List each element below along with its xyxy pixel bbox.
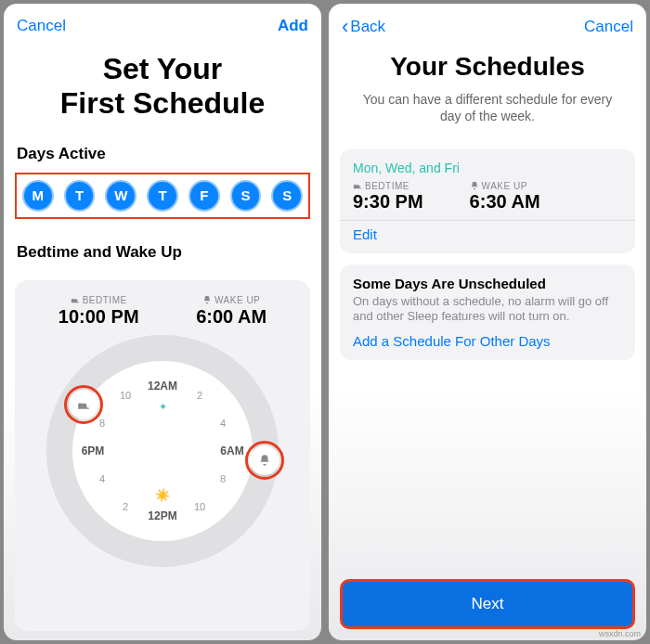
bedtime-section-label: Bedtime and Wake Up bbox=[17, 243, 308, 262]
unscheduled-title: Some Days Are Unscheduled bbox=[353, 276, 622, 291]
screen-set-schedule: Cancel Add Set Your First Schedule Days … bbox=[4, 4, 321, 640]
bedtime-handle[interactable] bbox=[69, 390, 98, 419]
bell-icon bbox=[470, 181, 479, 190]
day-chip-wed[interactable]: W bbox=[105, 180, 136, 212]
bedtime-col: BEDTIME 10:00 PM bbox=[58, 295, 139, 328]
cancel-button[interactable]: Cancel bbox=[17, 17, 66, 35]
unscheduled-card: Some Days Are Unscheduled On days withou… bbox=[340, 264, 635, 361]
back-button[interactable]: Back bbox=[350, 18, 385, 36]
schedule-bedtime: BEDTIME 9:30 PM bbox=[353, 181, 423, 213]
bell-icon bbox=[258, 454, 271, 467]
days-active-row: M T W T F S S bbox=[15, 173, 310, 219]
bed-icon bbox=[71, 295, 80, 304]
day-chip-fri[interactable]: F bbox=[188, 180, 220, 212]
bed-icon bbox=[353, 181, 362, 190]
back-chevron-icon[interactable]: ‹ bbox=[342, 17, 348, 37]
day-chip-thu[interactable]: T bbox=[147, 180, 178, 212]
screen-your-schedules: ‹ Back Cancel Your Schedules You can hav… bbox=[329, 4, 646, 640]
edit-schedule-button[interactable]: Edit bbox=[353, 226, 622, 242]
next-button[interactable]: Next bbox=[340, 579, 635, 629]
bell-icon bbox=[202, 295, 212, 304]
add-button[interactable]: Add bbox=[278, 17, 308, 35]
sun-icon: ☀️ bbox=[155, 488, 170, 502]
add-schedule-link[interactable]: Add a Schedule For Other Days bbox=[353, 333, 622, 349]
day-chip-sun[interactable]: S bbox=[271, 180, 303, 212]
page-subtext: You can have a different schedule for ev… bbox=[351, 91, 624, 124]
schedule-wakeup: WAKE UP 6:30 AM bbox=[470, 181, 540, 213]
wakeup-value: 6:00 AM bbox=[196, 306, 266, 328]
page-title: Your Schedules bbox=[329, 52, 646, 82]
page-title: Set Your First Schedule bbox=[4, 52, 321, 121]
bedtime-wakeup-card: BEDTIME 10:00 PM WAKE UP 6:00 AM 12AM 2 … bbox=[15, 280, 310, 631]
day-chip-sat[interactable]: S bbox=[230, 180, 262, 212]
star-icon: ✦ bbox=[159, 401, 167, 413]
navbar: ‹ Back Cancel bbox=[329, 4, 646, 43]
schedule-card: Mon, Wed, and Fri BEDTIME 9:30 PM WAKE U… bbox=[340, 149, 635, 253]
clock-dial[interactable]: 12AM 2 4 6AM 8 10 12PM 2 4 6PM 8 10 ✦ ☀️ bbox=[46, 335, 279, 567]
days-active-label: Days Active bbox=[17, 145, 308, 163]
schedule-days: Mon, Wed, and Fri bbox=[353, 161, 622, 175]
unscheduled-body: On days without a schedule, no alarm wil… bbox=[353, 294, 622, 325]
watermark: wsxdn.com bbox=[599, 629, 641, 638]
navbar: Cancel Add bbox=[4, 4, 321, 41]
wakeup-col: WAKE UP 6:00 AM bbox=[196, 295, 266, 328]
day-chip-tue[interactable]: T bbox=[64, 180, 96, 212]
bedtime-value: 10:00 PM bbox=[58, 306, 139, 328]
bed-icon bbox=[77, 398, 90, 411]
day-chip-mon[interactable]: M bbox=[22, 180, 54, 212]
wakeup-handle[interactable] bbox=[250, 445, 280, 475]
cancel-button[interactable]: Cancel bbox=[584, 18, 633, 36]
